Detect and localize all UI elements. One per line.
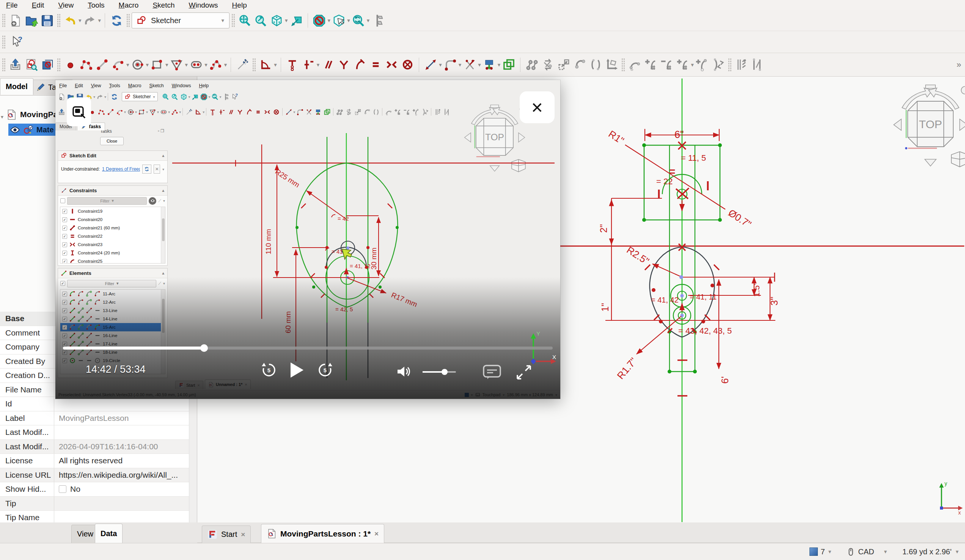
create-slot-button[interactable] [188, 57, 204, 73]
property-row-license[interactable]: LicenseAll rights reserved [0, 454, 189, 468]
create-polyline-button[interactable] [78, 57, 94, 73]
undo-dropdown[interactable]: ▾ [79, 17, 82, 24]
create-circle-button[interactable] [130, 57, 146, 73]
tab-document-active[interactable]: MovingPartsLesson : 1* × [261, 524, 384, 543]
switch-virtual-space-button[interactable] [733, 57, 749, 73]
property-row-license-url[interactable]: License URLhttps://en.wikipedia.org/wiki… [0, 468, 189, 483]
new-document-button[interactable] [7, 13, 23, 28]
property-row[interactable]: Last Modif... [0, 425, 189, 440]
fillet-button[interactable] [442, 57, 458, 73]
trim-button[interactable] [462, 57, 478, 73]
replay-5-button[interactable]: 5 [260, 361, 278, 379]
toolbar-grip[interactable] [2, 14, 5, 27]
carbon-copy-button[interactable] [501, 57, 517, 73]
tree-item-document[interactable]: MovingPa [6, 109, 58, 120]
nav-style-selector[interactable]: CAD ▾ [847, 547, 887, 556]
menu-edit[interactable]: Edit [32, 1, 44, 10]
axonometric-view-button[interactable] [268, 13, 285, 28]
view-size-selector[interactable]: 1.69 yd x 2.96' ▾ [903, 547, 959, 556]
menu-windows[interactable]: Windows [189, 1, 218, 10]
circle-dropdown[interactable]: ▾ [146, 61, 149, 68]
create-bspline-button[interactable] [208, 57, 224, 73]
zoom-dropdown[interactable]: ▾ [367, 17, 370, 24]
bspline-dropdown[interactable]: ▾ [224, 61, 227, 68]
toolbar-grip[interactable] [728, 58, 731, 72]
redo-dropdown[interactable]: ▾ [98, 17, 101, 24]
distance-dropdown[interactable]: ▾ [439, 61, 442, 68]
tab-document-close-icon[interactable]: × [375, 530, 379, 538]
video-progress-handle[interactable] [200, 344, 208, 352]
select-elements-button[interactable] [524, 57, 540, 73]
video-player-overlay[interactable]: File Edit View Tools Macro Sketch Window… [56, 80, 560, 399]
constraint-horizontal-vertical-button[interactable] [301, 57, 316, 73]
view-dropdown[interactable]: ▾ [285, 17, 288, 24]
menu-view[interactable]: View [58, 1, 74, 10]
constraint-block-button[interactable] [399, 57, 415, 73]
external-dropdown[interactable]: ▾ [498, 61, 501, 68]
captions-button[interactable] [483, 364, 502, 380]
create-point-button[interactable] [62, 57, 78, 73]
workbench-selector[interactable]: Sketcher ▾ [132, 13, 229, 28]
whats-this-button[interactable]: ? [7, 32, 27, 52]
offset-button[interactable] [572, 57, 587, 73]
menu-file[interactable]: File [6, 1, 18, 10]
toolbar-grip[interactable] [2, 35, 5, 49]
undo-button[interactable] [62, 13, 78, 28]
toolbar-grip[interactable] [231, 14, 235, 27]
create-line-button[interactable] [94, 57, 110, 73]
property-row-show-hidden[interactable]: Show Hid...No [0, 482, 189, 497]
split-edge-button[interactable] [710, 57, 726, 73]
increase-degree-button[interactable] [643, 57, 659, 73]
volume-slider[interactable] [422, 371, 456, 373]
property-row-last-modified[interactable]: Last Modif...2026-04-09T16:14:16-04:00 [0, 440, 189, 454]
dimension-button[interactable] [258, 57, 273, 73]
clone-button[interactable] [540, 57, 556, 73]
selection-dropdown[interactable]: ▾ [347, 17, 350, 24]
measure-button[interactable] [370, 13, 386, 28]
insert-knot-button[interactable] [674, 57, 690, 73]
rectangle-dropdown[interactable]: ▾ [165, 61, 168, 68]
trim-dropdown[interactable]: ▾ [478, 61, 481, 68]
constraint-tangent-button[interactable] [352, 57, 368, 73]
toolbar-grip[interactable] [57, 14, 61, 27]
tab-model[interactable]: Model [0, 78, 33, 95]
menu-tools[interactable]: Tools [88, 1, 104, 10]
play-button[interactable] [291, 362, 303, 378]
tree-expander-icon[interactable]: ▾ [1, 114, 3, 120]
open-document-button[interactable] [23, 13, 39, 28]
create-arc-button[interactable] [110, 57, 126, 73]
volume-slider-handle[interactable] [442, 369, 448, 375]
create-rectangle-button[interactable] [149, 57, 165, 73]
dimension-dropdown[interactable]: ▾ [274, 61, 277, 68]
create-polygon-button[interactable] [169, 57, 185, 73]
align-axes-button[interactable] [604, 57, 620, 73]
constraint-vertical-distance-button[interactable] [285, 57, 301, 73]
refresh-button[interactable] [108, 13, 124, 28]
volume-button[interactable] [395, 364, 411, 380]
stop-dropdown[interactable]: ▾ [328, 17, 331, 24]
video-progress-bar[interactable] [63, 346, 553, 349]
knot-dropdown[interactable]: ▾ [691, 61, 694, 68]
property-row[interactable]: Tip [0, 497, 189, 511]
menu-help[interactable]: Help [232, 1, 247, 10]
leave-sketch-button[interactable] [7, 57, 23, 73]
menu-sketch[interactable]: Sketch [152, 1, 175, 10]
hv-dropdown[interactable]: ▾ [317, 61, 320, 68]
toolbar-grip[interactable] [622, 58, 625, 72]
view-section-button[interactable] [39, 57, 55, 73]
construction-mode-button[interactable] [234, 57, 250, 73]
arc-dropdown[interactable]: ▾ [126, 61, 129, 68]
polygon-dropdown[interactable]: ▾ [185, 61, 188, 68]
toolbar-grip[interactable] [57, 58, 61, 72]
toolbar-grip[interactable] [126, 14, 130, 27]
stop-operation-button[interactable] [311, 13, 327, 28]
nav-cube-top-face[interactable]: TOP [919, 118, 942, 131]
toggle-active-constraint-button[interactable] [749, 57, 765, 73]
dimension-distance-button[interactable] [422, 57, 438, 73]
toolbar-grip[interactable] [2, 58, 5, 72]
slot-dropdown[interactable]: ▾ [204, 61, 208, 68]
property-row-label[interactable]: LabelMovingPartsLesson [0, 411, 189, 426]
show-knots-button[interactable] [626, 57, 643, 73]
layer-selector[interactable]: 7 ▾ [810, 547, 832, 556]
external-geometry-button[interactable] [481, 57, 497, 73]
